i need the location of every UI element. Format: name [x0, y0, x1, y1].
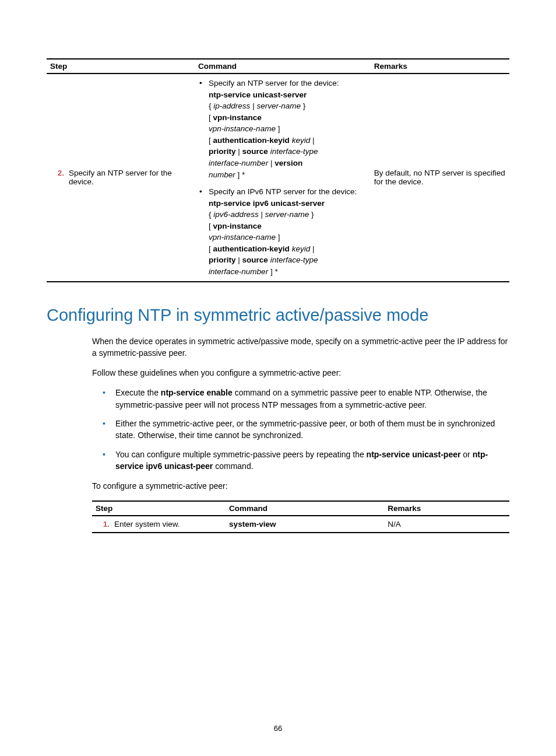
- step-cell: 1. Enter system view.: [92, 516, 226, 533]
- cmd-item-ipv4: Specify an NTP server for the device: nt…: [198, 78, 367, 180]
- text: or: [460, 450, 472, 459]
- steps-table-2: Step Command Remarks 1. Enter system vie…: [92, 501, 509, 533]
- step-text: Specify an NTP server for the device.: [69, 169, 191, 186]
- text: Execute the: [115, 388, 161, 397]
- cmd-name: ntp-service ipv6 unicast-server: [209, 199, 325, 208]
- col-step: Step: [47, 59, 195, 74]
- steps-table-1: Step Command Remarks 2. Specify an NTP s…: [47, 58, 509, 282]
- text: command.: [213, 461, 253, 471]
- cmd-inline: ntp-service unicast-peer: [367, 450, 461, 459]
- cmd-name: ntp-service unicast-server: [209, 90, 307, 99]
- table-header-row: Step Command Remarks: [92, 501, 509, 516]
- cmd-syntax: { ip-address | server-name }: [209, 102, 305, 110]
- cmd-syntax: priority | source interface-type: [209, 147, 318, 156]
- col-command: Command: [226, 501, 384, 516]
- command-cell: Specify an NTP server for the device: nt…: [195, 74, 371, 282]
- cmd-inline: ntp-service enable: [161, 388, 233, 397]
- cmd-syntax: { ipv6-address | server-name }: [209, 210, 314, 219]
- cmd-syntax: [ vpn-instance: [209, 113, 262, 122]
- command-cell: system-view: [226, 516, 384, 533]
- guideline-item: Execute the ntp-service enable command o…: [92, 387, 509, 411]
- cmd-name: system-view: [229, 520, 276, 528]
- cmd-syntax: [ authentication-keyid keyid |: [209, 136, 314, 145]
- table-row: 2. Specify an NTP server for the device.…: [47, 74, 509, 282]
- paragraph: Follow these guidelines when you configu…: [92, 367, 509, 379]
- cmd-syntax: interface-number | version: [209, 159, 302, 167]
- table-header-row: Step Command Remarks: [47, 59, 509, 74]
- guideline-item: You can configure multiple symmetric-pas…: [92, 449, 509, 473]
- col-command: Command: [195, 59, 371, 74]
- paragraph: When the device operates in symmetric ac…: [92, 335, 509, 359]
- col-remarks: Remarks: [371, 59, 509, 74]
- page-number: 66: [0, 724, 556, 733]
- text: You can configure multiple symmetric-pas…: [115, 450, 367, 459]
- cmd-syntax: vpn-instance-name ]: [209, 233, 280, 242]
- remarks-cell: By default, no NTP server is specified f…: [371, 74, 509, 282]
- cmd-syntax: priority | source interface-type: [209, 256, 318, 264]
- table-row: 1. Enter system view. system-view N/A: [92, 516, 509, 533]
- cmd-syntax: number ] *: [209, 170, 245, 179]
- cmd-item-ipv6: Specify an IPv6 NTP server for the devic…: [198, 186, 367, 278]
- guideline-item: Either the symmetric-active peer, or the…: [92, 418, 509, 442]
- guideline-list: Execute the ntp-service enable command o…: [92, 387, 509, 472]
- step-number: 2.: [50, 169, 69, 177]
- cmd-syntax: [ vpn-instance: [209, 222, 262, 230]
- cmd-intro: Specify an NTP server for the device:: [209, 79, 339, 88]
- cmd-syntax: [ authentication-keyid keyid |: [209, 244, 314, 253]
- section-heading: Configuring NTP in symmetric active/pass…: [47, 306, 509, 325]
- col-step: Step: [92, 501, 226, 516]
- cmd-intro: Specify an IPv6 NTP server for the devic…: [209, 187, 357, 196]
- step-cell: 2. Specify an NTP server for the device.: [47, 74, 195, 282]
- paragraph: To configure a symmetric-active peer:: [92, 480, 509, 492]
- cmd-syntax: interface-number ] *: [209, 267, 278, 276]
- cmd-syntax: vpn-instance-name ]: [209, 124, 280, 133]
- remarks-cell: N/A: [384, 516, 509, 533]
- col-remarks: Remarks: [384, 501, 509, 516]
- step-number: 1.: [96, 520, 114, 528]
- step-text: Enter system view.: [114, 520, 222, 528]
